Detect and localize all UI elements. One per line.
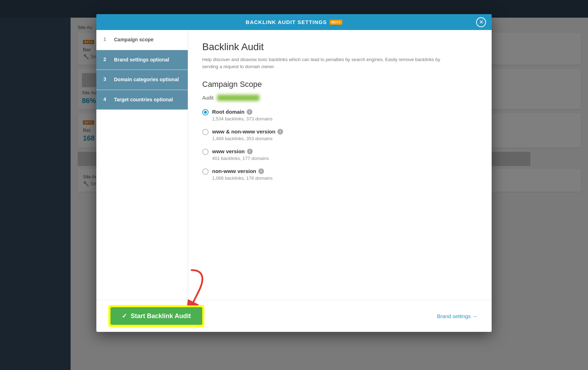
radio-www-sub: 1,469 backlinks, 353 domains xyxy=(212,136,283,141)
header-beta-badge: BETA xyxy=(330,20,342,25)
start-btn-label: Start Backlink Audit xyxy=(131,312,191,320)
radio-dot xyxy=(204,111,207,114)
sidebar-item-number-3: 3 xyxy=(103,76,109,82)
audit-label-row: Audit xyxy=(202,95,478,101)
start-btn-container: ✓ Start Backlink Audit xyxy=(110,307,202,325)
sidebar-item-brand-settings[interactable]: 2 Brand settings optional xyxy=(96,50,188,70)
section-title: Campaign Scope xyxy=(202,80,478,89)
radio-root-sub: 1,534 backlinks, 373 domains xyxy=(212,116,272,121)
radio-option-www-version[interactable]: www version i 401 backlinks, 177 domains xyxy=(202,148,478,161)
page-title: Backlink Audit xyxy=(202,41,478,53)
sidebar-item-domain-categories[interactable]: 3 Domain categories optional xyxy=(96,70,188,90)
radio-root-domain-content: Root domain i 1,534 backlinks, 373 domai… xyxy=(212,109,272,121)
www-version-info-icon[interactable]: i xyxy=(247,149,253,154)
radio-root-label-row: Root domain i xyxy=(212,109,272,115)
radio-non-www-label-row: non-www version i xyxy=(212,168,272,174)
modal-close-button[interactable]: ✕ xyxy=(476,17,486,27)
radio-www-version-input[interactable] xyxy=(202,149,209,155)
radio-non-www-label: non-www version xyxy=(212,168,256,174)
main-content: Backlink Audit Help discover and disavow… xyxy=(188,30,492,300)
modal-header: BACKLINK AUDIT SETTINGS BETA ✕ xyxy=(96,14,492,30)
radio-root-domain-input[interactable] xyxy=(202,109,209,115)
radio-non-www-sub: 1,068 backlinks, 176 domains xyxy=(212,175,272,181)
modal-wrapper: BACKLINK AUDIT SETTINGS BETA ✕ 1 Campaig… xyxy=(0,0,588,370)
radio-root-label: Root domain xyxy=(212,109,245,115)
checkmark-icon: ✓ xyxy=(122,312,127,320)
radio-www-version-content: www version i 401 backlinks, 177 domains xyxy=(212,148,269,161)
radio-www-version-label-row: www version i xyxy=(212,148,269,154)
non-www-info-icon[interactable]: i xyxy=(258,168,264,174)
radio-option-www-non-www[interactable]: www & non-www version i 1,469 backlinks,… xyxy=(202,129,478,141)
radio-non-www-content: non-www version i 1,068 backlinks, 176 d… xyxy=(212,168,272,181)
radio-www-label-row: www & non-www version i xyxy=(212,129,283,135)
www-non-www-info-icon[interactable]: i xyxy=(277,129,283,135)
radio-www-label: www & non-www version xyxy=(212,129,275,135)
radio-www-non-www-input[interactable] xyxy=(202,129,209,135)
radio-option-root-domain[interactable]: Root domain i 1,534 backlinks, 373 domai… xyxy=(202,109,478,121)
radio-non-www-input[interactable] xyxy=(202,168,209,175)
radio-option-non-www[interactable]: non-www version i 1,068 backlinks, 176 d… xyxy=(202,168,478,181)
sidebar-item-campaign-scope[interactable]: 1 Campaign scope xyxy=(96,30,188,50)
start-backlink-audit-button[interactable]: ✓ Start Backlink Audit xyxy=(110,307,202,325)
modal-footer: ✓ Start Backlink Audit Brand settings → xyxy=(96,300,492,332)
brand-settings-link[interactable]: Brand settings → xyxy=(437,313,478,319)
sidebar-item-number-4: 4 xyxy=(103,96,109,102)
sidebar-item-number-2: 2 xyxy=(103,56,109,62)
sidebar-item-label-3: Domain categories optional xyxy=(114,76,179,83)
sidebar-item-label-4: Target countries optional xyxy=(114,96,173,103)
radio-www-version-label: www version xyxy=(212,148,245,154)
sidebar-item-label-1: Campaign scope xyxy=(114,36,154,43)
modal-body: 1 Campaign scope 2 Brand settings option… xyxy=(96,30,492,300)
radio-www-non-www-content: www & non-www version i 1,469 backlinks,… xyxy=(212,129,283,141)
root-domain-info-icon[interactable]: i xyxy=(247,109,252,115)
brand-settings-link-label: Brand settings → xyxy=(437,313,478,319)
modal-title: BACKLINK AUDIT SETTINGS xyxy=(246,19,327,25)
sidebar-item-number-1: 1 xyxy=(103,36,109,42)
audit-label: Audit xyxy=(202,95,214,101)
modal-container: BACKLINK AUDIT SETTINGS BETA ✕ 1 Campaig… xyxy=(96,14,492,332)
sidebar-item-target-countries[interactable]: 4 Target countries optional xyxy=(96,90,188,110)
sidebar: 1 Campaign scope 2 Brand settings option… xyxy=(96,30,188,300)
page-description: Help discover and disavow toxic backlink… xyxy=(202,56,449,70)
audit-domain-blurred xyxy=(217,95,259,101)
radio-www-version-sub: 401 backlinks, 177 domains xyxy=(212,156,269,161)
sidebar-item-label-2: Brand settings optional xyxy=(114,56,169,64)
